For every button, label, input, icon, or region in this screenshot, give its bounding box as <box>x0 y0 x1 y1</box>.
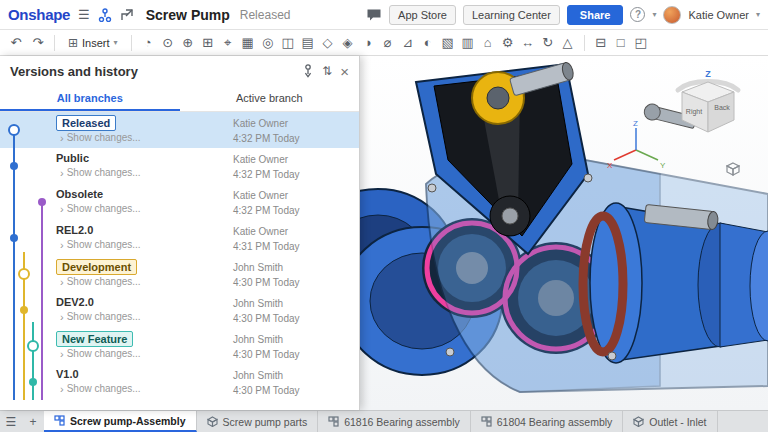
user-avatar[interactable] <box>663 6 681 24</box>
view-options-icon[interactable]: □ <box>611 31 631 55</box>
version-name[interactable]: Obsolete <box>56 188 103 200</box>
insert-button[interactable]: ⊞ Insert ▾ <box>61 34 125 52</box>
linear-pattern-icon[interactable]: ▦ <box>238 31 258 55</box>
chevron-right-icon: › <box>60 310 64 324</box>
panel-tabs: All branches Active branch <box>0 86 359 112</box>
circular-pattern-icon[interactable]: ◎ <box>258 31 278 55</box>
learning-center-button[interactable]: Learning Center <box>463 5 560 25</box>
tab-active-branch[interactable]: Active branch <box>180 86 360 111</box>
tab-61816-bearing-assembly[interactable]: 61816 Bearing assembly <box>318 411 471 432</box>
view-modes-cube-icon[interactable] <box>726 162 740 176</box>
insert-caret-icon: ▾ <box>114 38 118 47</box>
user-menu-caret-icon[interactable]: ▾ <box>756 10 760 19</box>
group-icon[interactable]: ⊞ <box>198 31 218 55</box>
show-changes-link[interactable]: ›Show changes... <box>56 202 233 216</box>
version-time: 4:30 PM Today <box>233 311 351 326</box>
isolate-icon[interactable]: ◰ <box>631 31 651 55</box>
tab-screw-pump-assembly[interactable]: Screw pump-Assembly <box>44 411 197 432</box>
graphics-viewport[interactable]: Z Right Back X Y Z <box>360 56 768 410</box>
explode-icon[interactable]: ◇ <box>318 31 338 55</box>
version-entry-dev2[interactable]: DEV2.0 ›Show changes... John Smith 4:30 … <box>0 292 359 328</box>
app-header: Onshape ☰ Screw Pump Released App Store … <box>0 0 768 30</box>
bom-icon[interactable]: ▥ <box>458 31 478 55</box>
mass-properties-icon[interactable]: ⊿ <box>398 31 418 55</box>
version-badge[interactable]: New Feature <box>56 331 133 347</box>
hole-table-icon[interactable]: ⊟ <box>591 31 611 55</box>
version-name[interactable]: DEV2.0 <box>56 296 94 308</box>
version-entry-obsolete[interactable]: Obsolete ›Show changes... Katie Owner 4:… <box>0 184 359 220</box>
version-time: 4:32 PM Today <box>233 167 351 182</box>
chevron-right-icon: › <box>60 238 64 252</box>
revolute-mate-icon[interactable]: ⊕ <box>178 31 198 55</box>
version-author: John Smith <box>233 260 351 275</box>
mirror-icon[interactable]: ◫ <box>278 31 298 55</box>
version-author: Katie Owner <box>233 152 351 167</box>
show-changes-link[interactable]: ›Show changes... <box>56 275 233 289</box>
app-store-button[interactable]: App Store <box>389 5 456 25</box>
undo-icon[interactable]: ↶ <box>6 31 26 55</box>
onshape-logo[interactable]: Onshape <box>8 6 70 23</box>
appearance-icon[interactable]: ◐ <box>418 31 438 55</box>
configurations-icon[interactable]: ⚙ <box>498 31 518 55</box>
show-changes-link[interactable]: ›Show changes... <box>56 131 233 145</box>
tab-screw-pump-parts[interactable]: Screw pump parts <box>197 411 319 432</box>
document-release-status: Released <box>240 8 291 22</box>
show-changes-link[interactable]: ›Show changes... <box>56 310 233 324</box>
version-time: 4:32 PM Today <box>233 203 351 218</box>
cube-z-label: Z <box>705 69 711 79</box>
version-badge[interactable]: Released <box>56 115 116 131</box>
snapshot-icon[interactable]: ◈ <box>338 31 358 55</box>
measure-icon[interactable]: ⌀ <box>378 31 398 55</box>
panel-header: Versions and history ⇅ × <box>0 56 359 86</box>
toolbar-right-icons: ⊟□◰ <box>591 31 651 55</box>
assembly-toolbar: ↶ ↷ ⊞ Insert ▾ ◔⊙⊕⊞⌖▦◎◫▤◇◈◑⌀⊿◐▧▥⌂⚙↔↻△ ⊟□… <box>0 30 768 56</box>
insert-icon: ⊞ <box>68 36 78 50</box>
fix-icon[interactable]: ⌖ <box>218 31 238 55</box>
version-entry-v1[interactable]: V1.0 ›Show changes... John Smith 4:30 PM… <box>0 364 359 400</box>
header-actions: App Store Learning Center Share ? ▾ Kati… <box>366 5 760 25</box>
cube-right-label: Right <box>686 108 702 116</box>
version-entry-development[interactable]: Development ›Show changes... John Smith … <box>0 256 359 292</box>
version-badge[interactable]: Development <box>56 259 137 275</box>
tab-all-branches[interactable]: All branches <box>0 86 180 111</box>
named-views-icon[interactable]: ⌂ <box>478 31 498 55</box>
version-author: John Smith <box>233 368 351 383</box>
tab-manager-icon[interactable]: ☰ <box>0 411 22 432</box>
show-changes-link[interactable]: ›Show changes... <box>56 347 233 361</box>
comments-icon[interactable] <box>366 8 382 22</box>
versions-graph-icon[interactable] <box>98 8 112 22</box>
rotate-icon[interactable]: ↻ <box>538 31 558 55</box>
create-version-icon[interactable] <box>302 64 314 78</box>
show-changes-link[interactable]: ›Show changes... <box>56 382 233 396</box>
version-entry-rel2[interactable]: REL2.0 ›Show changes... Katie Owner 4:31… <box>0 220 359 256</box>
mate-icon[interactable]: ◔ <box>138 31 158 55</box>
version-name[interactable]: REL2.0 <box>56 224 93 236</box>
redo-icon[interactable]: ↷ <box>28 31 48 55</box>
add-tab-button[interactable]: + <box>22 411 44 432</box>
tab-outlet-inlet[interactable]: Outlet - Inlet <box>623 411 717 432</box>
interference-icon[interactable]: △ <box>558 31 578 55</box>
version-entry-public[interactable]: Public ›Show changes... Katie Owner 4:32… <box>0 148 359 184</box>
version-author: John Smith <box>233 332 351 347</box>
section-view-icon[interactable]: ◑ <box>358 31 378 55</box>
tab-61804-bearing-assembly[interactable]: 61804 Bearing assembly <box>471 411 624 432</box>
show-changes-link[interactable]: ›Show changes... <box>56 238 233 252</box>
follow-mode-icon[interactable] <box>120 8 134 22</box>
replicate-icon[interactable]: ▤ <box>298 31 318 55</box>
compare-icon[interactable]: ⇅ <box>322 64 332 78</box>
display-states-icon[interactable]: ▧ <box>438 31 458 55</box>
show-changes-link[interactable]: ›Show changes... <box>56 166 233 180</box>
version-name[interactable]: Public <box>56 152 89 164</box>
main-menu-icon[interactable]: ☰ <box>78 7 90 22</box>
drag-icon[interactable]: ↔ <box>518 31 538 55</box>
help-icon[interactable]: ? <box>630 7 645 22</box>
view-cube[interactable]: Z Right Back <box>662 66 754 140</box>
help-menu-caret-icon[interactable]: ▾ <box>652 10 656 19</box>
close-panel-icon[interactable]: × <box>340 63 349 80</box>
version-name[interactable]: V1.0 <box>56 368 79 380</box>
fastened-mate-icon[interactable]: ⊙ <box>158 31 178 55</box>
version-time: 4:31 PM Today <box>233 239 351 254</box>
version-entry-new-feature[interactable]: New Feature ›Show changes... John Smith … <box>0 328 359 364</box>
version-entry-released[interactable]: Released ›Show changes... Katie Owner 4:… <box>0 112 359 148</box>
share-button[interactable]: Share <box>567 5 624 25</box>
